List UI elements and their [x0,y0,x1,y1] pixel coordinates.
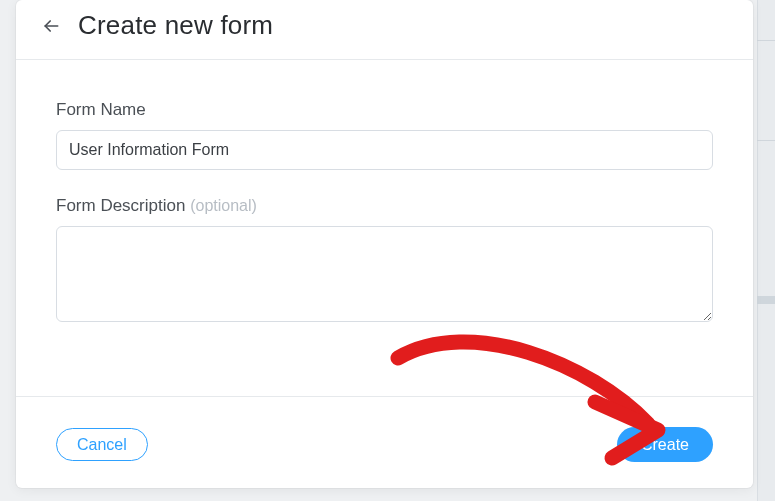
background-edge [757,0,775,501]
form-name-label: Form Name [56,100,713,120]
modal-body: Form Name Form Description (optional) [16,60,753,396]
form-name-input[interactable] [56,130,713,170]
form-description-optional: (optional) [190,197,257,214]
cancel-button[interactable]: Cancel [56,428,148,461]
back-arrow-icon[interactable] [38,13,64,39]
form-name-field: Form Name [56,100,713,170]
create-button[interactable]: Create [617,427,713,462]
form-description-field: Form Description (optional) [56,196,713,326]
modal-header: Create new form [16,0,753,60]
modal-title: Create new form [78,10,273,41]
form-description-input[interactable] [56,226,713,322]
form-description-label-text: Form Description [56,196,185,215]
modal-footer: Cancel Create [16,396,753,488]
form-description-label: Form Description (optional) [56,196,713,216]
create-form-modal: Create new form Form Name Form Descripti… [16,0,753,488]
background-edge-accent [757,296,775,304]
